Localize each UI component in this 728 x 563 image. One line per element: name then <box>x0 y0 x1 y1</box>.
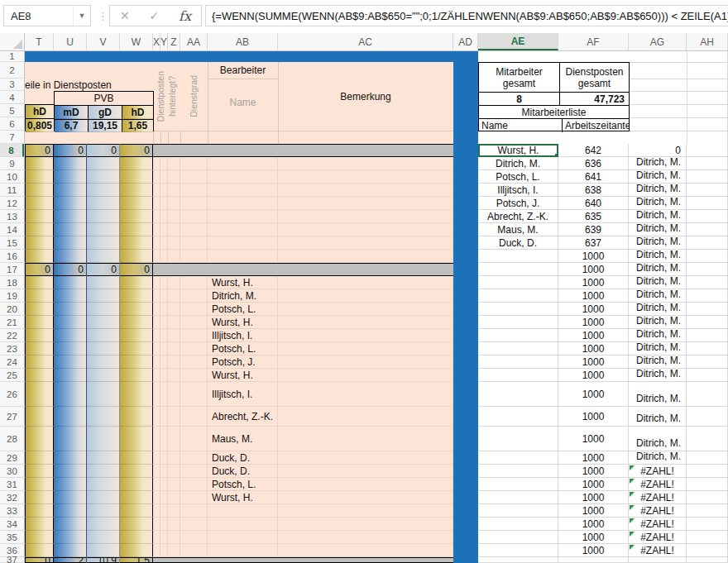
cell-AH34[interactable] <box>687 518 728 531</box>
row-header-31[interactable]: 31 <box>0 478 24 491</box>
row-header-18[interactable]: 18 <box>0 276 24 289</box>
cell-AA31[interactable] <box>180 478 208 491</box>
cell-Z29[interactable] <box>168 451 180 465</box>
cell-AA16[interactable] <box>180 250 208 263</box>
cell-AC36[interactable] <box>278 544 453 557</box>
cell-AC25[interactable] <box>278 369 453 382</box>
cell-AG28[interactable]: Ditrich, M. <box>629 427 687 451</box>
cell-AG27[interactable]: Ditrich, M. <box>629 407 687 427</box>
cell-AC16[interactable] <box>278 250 453 263</box>
cell-X28[interactable] <box>153 427 160 451</box>
cell-AA28[interactable] <box>180 427 208 451</box>
cell-W20[interactable] <box>120 303 153 316</box>
cell-bemerkung[interactable]: Bemerkung <box>278 62 453 131</box>
cell-W28[interactable] <box>120 427 153 451</box>
cell-AF19[interactable]: 1000 <box>558 289 629 303</box>
cell-W14[interactable] <box>120 223 153 236</box>
cell-Y19[interactable] <box>160 289 168 303</box>
cell-AF36[interactable]: 1000 <box>558 544 629 557</box>
cell-Z22[interactable] <box>168 329 180 342</box>
cell-X29[interactable] <box>153 451 160 465</box>
cell-AE20[interactable] <box>478 303 558 316</box>
cell-AD8[interactable] <box>453 144 478 157</box>
cell-AA33[interactable] <box>180 504 208 518</box>
cell-W24[interactable] <box>120 355 153 369</box>
cell-U36[interactable] <box>54 544 87 557</box>
cell-W8[interactable]: 0 <box>120 144 153 157</box>
cell-T37[interactable]: 0 <box>25 557 54 563</box>
col-header-AF[interactable]: AF <box>558 33 629 50</box>
col-header-W[interactable]: W <box>120 33 153 50</box>
cell-V13[interactable] <box>87 210 120 223</box>
cell-AA34[interactable] <box>180 518 208 531</box>
cell-W10[interactable] <box>120 170 153 184</box>
cell-X24[interactable] <box>153 355 160 369</box>
cell-X23[interactable] <box>153 342 160 355</box>
cell-AF30[interactable]: 1000 <box>558 465 629 478</box>
cell-AG32[interactable]: #ZAHL! <box>629 491 687 504</box>
cell-U18[interactable] <box>54 276 87 289</box>
cell-AH18[interactable] <box>687 276 728 289</box>
cell-T20[interactable] <box>25 303 54 316</box>
cell-U24[interactable] <box>54 355 87 369</box>
cell-AC32[interactable] <box>278 491 453 504</box>
cell-V28[interactable] <box>87 427 120 451</box>
cell-AD16[interactable] <box>453 250 478 263</box>
cell-V24[interactable] <box>87 355 120 369</box>
cell-AB27[interactable]: Abrecht, Z.-K. <box>208 407 278 427</box>
cell-T27[interactable] <box>25 407 54 427</box>
cell-AG36[interactable]: #ZAHL! <box>629 544 687 557</box>
cell-AG29[interactable]: Ditrich, M. <box>629 451 687 465</box>
col-header-AH[interactable]: AH <box>687 33 728 50</box>
cell-AD9[interactable] <box>453 157 478 170</box>
cell-U6[interactable]: 6,7 <box>55 120 89 132</box>
cell-AG19[interactable]: Ditrich, M. <box>629 289 687 303</box>
cell-AE34[interactable] <box>478 518 558 531</box>
cell-AA29[interactable] <box>180 451 208 465</box>
col-header-V[interactable]: V <box>87 33 120 50</box>
cell-AD22[interactable] <box>453 329 478 342</box>
cell-AA20[interactable] <box>180 303 208 316</box>
cell-X16[interactable] <box>153 250 160 263</box>
cell-V21[interactable] <box>87 316 120 329</box>
cell-W33[interactable] <box>120 504 153 518</box>
cell-AA19[interactable] <box>180 289 208 303</box>
cell-U8[interactable]: 0 <box>54 144 87 157</box>
cell-AH8[interactable] <box>687 144 728 157</box>
cell-X13[interactable] <box>153 210 160 223</box>
cell-U14[interactable] <box>54 223 87 236</box>
cell-AH24[interactable] <box>687 355 728 369</box>
cell-V37[interactable]: 10,9 <box>87 557 120 563</box>
cell-U30[interactable] <box>54 465 87 478</box>
cell-AC11[interactable] <box>278 184 453 197</box>
cell-V36[interactable] <box>87 544 120 557</box>
cell-AD17[interactable] <box>453 263 478 276</box>
cell-AH23[interactable] <box>687 342 728 355</box>
cell-Y15[interactable] <box>160 236 168 250</box>
cell-Z28[interactable] <box>168 427 180 451</box>
band-17[interactable] <box>153 263 453 276</box>
cell-AG31[interactable]: #ZAHL! <box>629 478 687 491</box>
cell-AF14[interactable]: 639 <box>558 223 629 236</box>
row-header-24[interactable]: 24 <box>0 355 24 369</box>
cell-V8[interactable]: 0 <box>87 144 120 157</box>
cell-AA23[interactable] <box>180 342 208 355</box>
cell-W23[interactable] <box>120 342 153 355</box>
cell-AF34[interactable]: 1000 <box>558 518 629 531</box>
cell-AD33[interactable] <box>453 504 478 518</box>
cell-AC19[interactable] <box>278 289 453 303</box>
cell-AE28[interactable] <box>478 427 558 451</box>
cell-T35[interactable] <box>25 531 54 544</box>
col-header-U[interactable]: U <box>54 33 87 50</box>
col-header-AG[interactable]: AG <box>629 33 687 50</box>
cell-U32[interactable] <box>54 491 87 504</box>
cell-W21[interactable] <box>120 316 153 329</box>
cell-T26[interactable] <box>25 382 54 407</box>
cell-AH29[interactable] <box>687 451 728 465</box>
cell-T29[interactable] <box>25 451 54 465</box>
row-header-10[interactable]: 10 <box>0 170 24 184</box>
col-header-AC[interactable]: AC <box>278 33 453 50</box>
cell-AE26[interactable] <box>478 382 558 407</box>
cell-AB16[interactable] <box>208 250 278 263</box>
cell-AA9[interactable] <box>180 157 208 170</box>
